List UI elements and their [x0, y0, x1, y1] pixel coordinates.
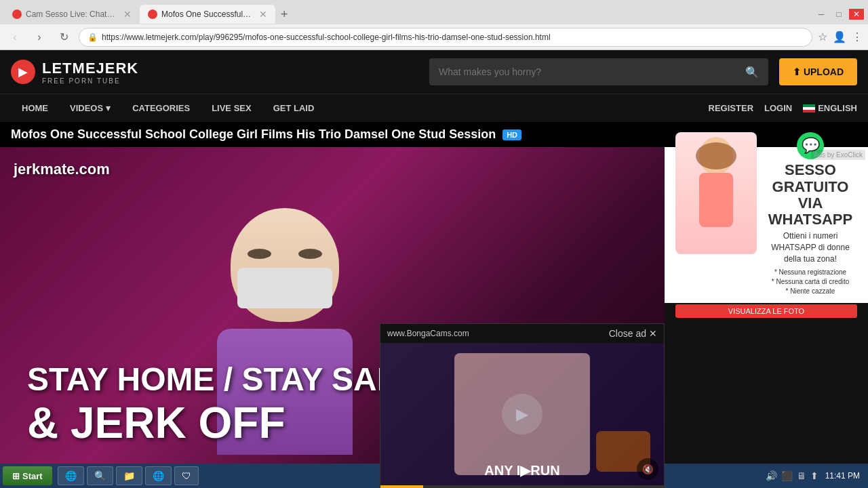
person-mask: [237, 268, 332, 308]
site-header: ▶ LETMEJERK FREE PORN TUBE 🔍 ⬆ UPLOAD: [0, 50, 868, 94]
logo-area[interactable]: ▶ LETMEJERK FREE PORN TUBE: [11, 60, 138, 85]
back-button[interactable]: ‹: [5, 28, 24, 47]
tab-2-close[interactable]: ✕: [259, 9, 267, 20]
maximize-button[interactable]: □: [831, 9, 846, 20]
nav-login[interactable]: LOGIN: [764, 103, 792, 113]
side-ads: 💬 SESSO GRATUITO VIA WHATSAPP Ottieni i …: [665, 147, 868, 488]
browser-chrome: Cam Sesso Live: Chat Porno Gratis ... ✕ …: [0, 0, 868, 50]
svg-point-8: [696, 142, 736, 169]
upload-button[interactable]: ⬆ UPLOAD: [779, 58, 857, 85]
nav-bar: HOME VIDEOS ▾ CATEGORIES LIVE SEX GET LA…: [0, 94, 868, 122]
taskbar-item-ie[interactable]: 🌐: [58, 466, 84, 485]
person-eye-left: [248, 249, 271, 259]
wa-title: SESSO GRATUITO VIA WHATSAPP: [768, 162, 852, 228]
browser-tab-1[interactable]: Cam Sesso Live: Chat Porno Gratis ... ✕: [4, 5, 140, 24]
new-tab-button[interactable]: +: [275, 7, 294, 22]
nav-language[interactable]: ENGLISH: [803, 103, 857, 113]
window-controls: ─ □ ✕: [814, 9, 864, 20]
search-input[interactable]: [429, 66, 736, 77]
folder-icon: 📁: [123, 470, 135, 481]
browser-tab-2[interactable]: Mofos One Successful School Colleg... ✕: [140, 5, 275, 24]
wa-cta-button[interactable]: VISUALIZZA LE FOTO: [675, 304, 857, 318]
nav-categories[interactable]: CATEGORIES: [121, 94, 201, 123]
forward-button[interactable]: ›: [30, 28, 49, 47]
page-title: Mofos One Successful School College Girl…: [11, 127, 496, 142]
tab-bar: Cam Sesso Live: Chat Porno Gratis ... ✕ …: [0, 0, 868, 24]
floating-ad-mute-button[interactable]: 🔇: [637, 458, 658, 480]
bookmark-button[interactable]: ☆: [818, 30, 827, 43]
jerkmate-label: jerkmate.com: [14, 161, 110, 178]
tray-network-icon[interactable]: 🔊: [766, 470, 777, 481]
tray-upload-icon[interactable]: ⬆: [810, 470, 818, 481]
video-area[interactable]: STAY HOME / STAY SAFE & JERK OFF jerkmat…: [0, 147, 665, 488]
tray-icons: 🔊 ⬛ 🖥 ⬆: [766, 470, 818, 481]
browser-toolbar: ‹ › ↻ 🔒 https://www.letmejerk.com/play/9…: [0, 24, 868, 50]
logo-main-text: LETMEJERK: [42, 60, 138, 77]
taskbar-tray: 🔊 ⬛ 🖥 ⬆ 11:41 PM: [766, 470, 865, 481]
url-display: https://www.letmejerk.com/play/996295/mo…: [102, 33, 804, 42]
nav-register[interactable]: REGISTER: [709, 103, 753, 113]
jerk-off-text: & JERK OFF: [27, 398, 418, 448]
account-button[interactable]: 👤: [833, 30, 846, 43]
start-icon: ⊞: [12, 471, 20, 481]
tray-time: 11:41 PM: [825, 471, 860, 481]
minimize-button[interactable]: ─: [814, 9, 829, 20]
nav-get-laid[interactable]: GET LAID: [262, 94, 326, 123]
tray-display-icon[interactable]: 🖥: [797, 470, 806, 481]
floating-video-ad: www.BongaCams.com Close ad ✕ ▶ ANY I▶RUN…: [380, 323, 665, 488]
exoclick-ad-label: Ads by ExoClick: [811, 150, 865, 160]
close-button[interactable]: ✕: [849, 9, 864, 20]
floating-ad-bottom-label: ANY I▶RUN: [484, 462, 559, 479]
nav-videos[interactable]: VIDEOS ▾: [59, 94, 121, 123]
floating-ad-progress: [380, 485, 664, 488]
search-button[interactable]: 🔍: [736, 66, 768, 79]
nav-right: REGISTER LOGIN ENGLISH: [709, 103, 857, 113]
floating-ad-video[interactable]: ▶ ANY I▶RUN 🔇: [380, 343, 664, 485]
logo-icon: ▶: [11, 60, 35, 84]
person-head: [231, 208, 339, 321]
address-bar[interactable]: 🔒 https://www.letmejerk.com/play/996295/…: [79, 28, 812, 47]
person-eye-right: [298, 249, 322, 259]
logo-text: LETMEJERK FREE PORN TUBE: [42, 60, 138, 85]
floating-ad-close-button[interactable]: Close ad ✕: [609, 328, 657, 339]
taskbar-item-folder[interactable]: 📁: [116, 466, 142, 485]
taskbar-item-chrome[interactable]: 🌐: [145, 466, 172, 485]
whatsapp-ad[interactable]: 💬 SESSO GRATUITO VIA WHATSAPP Ottieni i …: [665, 147, 868, 303]
video-ad-text: STAY HOME / STAY SAFE & JERK OFF: [27, 362, 418, 448]
tab-2-label: Mofos One Successful School Colleg...: [161, 9, 252, 19]
floating-ad-url: www.BongaCams.com: [387, 329, 469, 338]
wa-body: Ottieni i numeri WHATSAPP di donne della…: [764, 230, 857, 264]
ie-icon: 🌐: [65, 470, 77, 481]
taskbar-item-shield[interactable]: 🛡: [174, 466, 199, 485]
browser-menu-button[interactable]: ⋮: [852, 30, 863, 43]
content-area: STAY HOME / STAY SAFE & JERK OFF jerkmat…: [0, 147, 868, 488]
hd-badge: HD: [502, 129, 521, 140]
tray-volume-icon[interactable]: ⬛: [781, 470, 793, 481]
search-bar: 🔍: [429, 58, 768, 85]
refresh-button[interactable]: ↻: [54, 28, 73, 47]
taskbar-items: 🌐 🔍 📁 🌐 🛡: [58, 466, 199, 485]
taskbar-item-search[interactable]: 🔍: [87, 466, 113, 485]
nav-left: HOME VIDEOS ▾ CATEGORIES LIVE SEX GET LA…: [11, 94, 325, 123]
floating-ad-progress-bar: [380, 485, 423, 488]
wa-bullets: * Nessuna registrazione * Nessuna carta …: [772, 268, 850, 296]
anime-figure: [675, 132, 757, 254]
start-button[interactable]: ⊞ Start: [3, 466, 52, 485]
logo-sub-text: FREE PORN TUBE: [42, 77, 138, 85]
nav-home[interactable]: HOME: [11, 94, 59, 123]
stay-home-text: STAY HOME / STAY SAFE: [27, 362, 418, 398]
chrome-icon: 🌐: [153, 470, 164, 481]
tab-1-label: Cam Sesso Live: Chat Porno Gratis ...: [26, 9, 117, 19]
floating-ad-header: www.BongaCams.com Close ad ✕: [380, 324, 664, 343]
nav-live-sex[interactable]: LIVE SEX: [201, 94, 262, 123]
shield-icon: 🛡: [182, 470, 191, 481]
search-icon: 🔍: [94, 470, 106, 481]
italian-flag-icon: [803, 104, 815, 113]
tab-1-close[interactable]: ✕: [123, 9, 132, 20]
svg-rect-7: [699, 173, 733, 227]
